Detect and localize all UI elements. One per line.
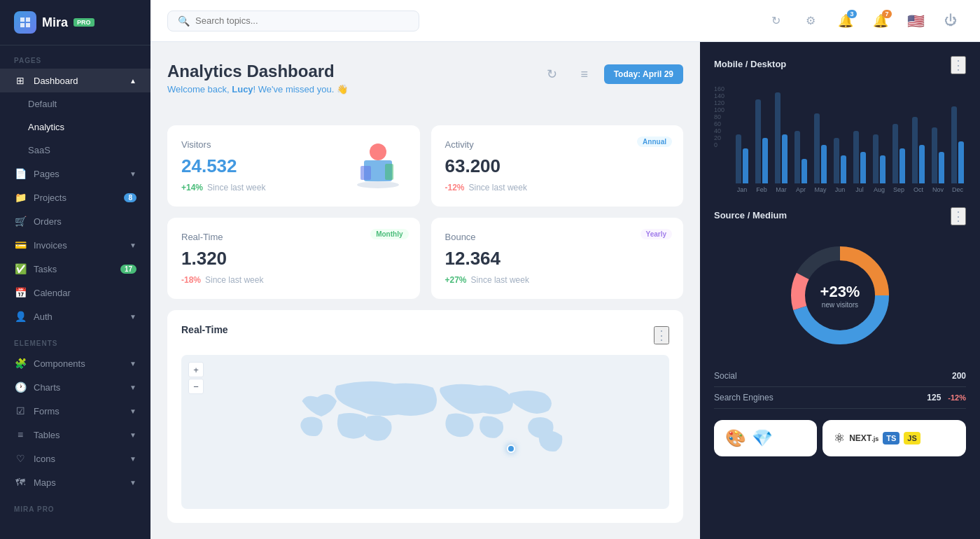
map-marker xyxy=(507,444,515,453)
bar-group-may xyxy=(812,85,829,183)
sidebar-item-dashboard[interactable]: ⊞ Dashboard ▲ xyxy=(0,69,150,92)
map-card: Real-Time ⋮ + − xyxy=(167,310,683,523)
sidebar-item-pages[interactable]: 📄 Pages ▼ xyxy=(0,162,150,186)
sidebar-item-label: Charts xyxy=(34,382,60,393)
source-medium-section: Source / Medium ⋮ xyxy=(714,207,966,409)
maps-icon: 🗺 xyxy=(14,477,27,488)
bar-label-jun: Jun xyxy=(832,186,848,193)
bar-group-sep xyxy=(890,85,907,183)
sidebar-item-analytics[interactable]: Analytics xyxy=(0,115,150,139)
bar-label-apr: Apr xyxy=(792,186,809,193)
sidebar-item-maps[interactable]: 🗺 Maps ▼ xyxy=(0,470,150,494)
bar-dark xyxy=(762,138,768,183)
sidebar-item-charts[interactable]: 🕐 Charts ▼ xyxy=(0,375,150,399)
source-item-search: Search Engines 125 -12% xyxy=(714,387,966,409)
sketch-logo: 💎 xyxy=(752,428,773,448)
donut-label: new visitors xyxy=(820,301,860,309)
bar-dark xyxy=(860,152,866,183)
header-actions: ↻ ≡ Today: April 29 xyxy=(540,62,683,87)
invoices-icon: 💳 xyxy=(14,239,27,251)
bar-group-mar xyxy=(773,85,790,183)
sidebar-item-tables[interactable]: ≡ Tables ▼ xyxy=(0,423,150,447)
chart-area: JanFebMarAprMayJunJulAugSepOctNovDec xyxy=(734,85,966,193)
header-filter-btn[interactable]: ≡ xyxy=(572,62,597,87)
bar-dark xyxy=(919,145,925,183)
visitors-change-val: +14% xyxy=(181,183,203,192)
sidebar-logo: Mira PRO xyxy=(0,0,150,46)
light-panel: Analytics Dashboard Welcome back, Lucy! … xyxy=(150,42,700,539)
y-axis: 160140120100806040200 xyxy=(714,85,731,148)
logo-text: Mira xyxy=(42,15,68,30)
source-social-value: 200 xyxy=(952,371,966,381)
source-medium-more-button[interactable]: ⋮ xyxy=(951,207,966,225)
language-button[interactable]: 🇺🇸 xyxy=(903,8,928,34)
realtime-change-val: -18% xyxy=(181,275,201,285)
forms-icon: ☑ xyxy=(14,405,27,416)
bar-label-feb: Feb xyxy=(753,186,770,193)
donut-wrap: +23% new visitors xyxy=(714,239,966,351)
mobile-desktop-more-button[interactable]: ⋮ xyxy=(951,56,966,74)
calendar-icon: 📅 xyxy=(14,287,27,298)
bar-light xyxy=(892,124,898,183)
bounce-change: +27% Since last week xyxy=(445,275,670,285)
nextjs-logo: NEXT.js xyxy=(849,433,878,443)
bounce-value: 12.364 xyxy=(445,248,670,270)
notifications-button[interactable]: 🔔 3 xyxy=(833,8,858,34)
tasks-badge: 17 xyxy=(120,265,136,274)
dark-panel: Mobile / Desktop ⋮ 160140120100806040200… xyxy=(700,42,980,539)
sidebar-item-projects[interactable]: 📁 Projects 8 xyxy=(0,186,150,209)
activity-card: Annual Activity 63.200 -12% Since last w… xyxy=(431,125,684,206)
stats-grid: Visitors 24.532 +14% Since last week xyxy=(167,125,683,299)
donut-center: +23% new visitors xyxy=(820,283,860,309)
power-button[interactable]: ⏻ xyxy=(938,8,963,34)
sidebar-item-icons[interactable]: ♡ Icons ▼ xyxy=(0,447,150,470)
sidebar-item-auth[interactable]: 👤 Auth ▼ xyxy=(0,304,150,328)
bar-dark xyxy=(958,141,964,183)
bar-light xyxy=(873,134,878,183)
search-input[interactable] xyxy=(195,15,409,26)
pro-badge: PRO xyxy=(74,18,94,27)
chevron-icon: ▼ xyxy=(130,431,136,439)
date-button[interactable]: Today: April 29 xyxy=(604,64,683,84)
sidebar-item-saas[interactable]: SaaS xyxy=(0,139,150,162)
sidebar-item-label: Default xyxy=(28,99,57,109)
sidebar-item-label: Pages xyxy=(34,169,59,179)
sidebar-item-invoices[interactable]: 💳 Invoices ▼ xyxy=(0,233,150,257)
dark-labels-container: JanFebMarAprMayJunJulAugSepOctNovDec xyxy=(734,186,966,193)
search-wrap[interactable]: 🔍 xyxy=(167,10,419,31)
chevron-icon: ▼ xyxy=(130,241,136,249)
activity-label: Activity xyxy=(445,139,670,150)
sidebar-item-tasks[interactable]: ✅ Tasks 17 xyxy=(0,257,150,281)
projects-badge: 8 xyxy=(124,193,136,202)
mobile-desktop-section: Mobile / Desktop ⋮ 160140120100806040200… xyxy=(714,56,966,193)
filter-button[interactable]: ⚙ xyxy=(798,8,823,34)
mobile-desktop-title: Mobile / Desktop xyxy=(714,59,786,69)
alerts-button[interactable]: 🔔 7 xyxy=(868,8,893,34)
sidebar-item-components[interactable]: 🧩 Components ▼ xyxy=(0,351,150,375)
section-label-pages: PAGES xyxy=(0,46,150,69)
bar-group-aug xyxy=(871,85,888,183)
svg-rect-3 xyxy=(360,166,371,180)
activity-change: -12% Since last week xyxy=(445,183,670,192)
dev-tools-card: ⚛ NEXT.js TS JS xyxy=(822,420,966,456)
bar-light xyxy=(814,113,820,183)
map-placeholder: + − xyxy=(181,355,669,509)
source-medium-title: Source / Medium xyxy=(714,210,787,220)
sidebar-item-default[interactable]: Default xyxy=(0,92,150,115)
header-refresh-btn[interactable]: ↻ xyxy=(540,62,565,87)
javascript-logo: JS xyxy=(904,432,920,444)
dark-bars-container xyxy=(734,85,966,183)
sidebar-item-label: Icons xyxy=(34,454,55,464)
bar-light xyxy=(932,127,937,183)
source-search-change: -12% xyxy=(948,393,966,402)
activity-value: 63.200 xyxy=(445,155,670,177)
realtime-change-label: Since last week xyxy=(205,275,263,285)
sidebar-item-orders[interactable]: 🛒 Orders xyxy=(0,209,150,233)
dashboard-icon: ⊞ xyxy=(14,75,27,86)
chevron-icon: ▼ xyxy=(130,407,136,415)
sidebar-item-calendar[interactable]: 📅 Calendar xyxy=(0,281,150,304)
figma-logo: 🎨 xyxy=(725,428,746,448)
sidebar-item-forms[interactable]: ☑ Forms ▼ xyxy=(0,399,150,423)
map-more-button[interactable]: ⋮ xyxy=(654,326,669,344)
refresh-button[interactable]: ↻ xyxy=(763,8,788,34)
